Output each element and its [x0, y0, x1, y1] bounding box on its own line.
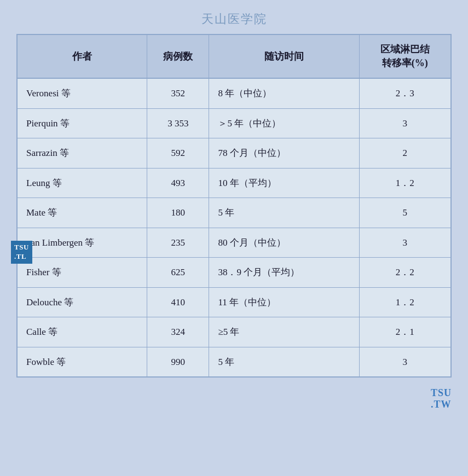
- cell-author: Fisher 等: [18, 258, 147, 288]
- table-header-row: 作者 病例数 随访时间 区域淋巴结转移率(%): [18, 35, 450, 78]
- col-header-cases: 病例数: [147, 35, 209, 78]
- table-row: van Limbergen 等23580 个月（中位）3: [18, 228, 450, 258]
- cell-rate: 2: [359, 138, 450, 169]
- cell-cases: 990: [147, 347, 209, 376]
- cell-cases: 3 353: [147, 108, 209, 138]
- table-row: Pierquin 等3 353＞5 年（中位）3: [18, 108, 450, 138]
- cell-author: Mate 等: [18, 198, 147, 228]
- cell-cases: 352: [147, 78, 209, 108]
- table-row: Fowble 等9905 年3: [18, 347, 450, 376]
- cell-author: Pierquin 等: [18, 108, 147, 138]
- col-header-rate: 区域淋巴结转移率(%): [359, 35, 450, 78]
- cell-rate: 2．1: [359, 317, 450, 347]
- cell-rate: 2．2: [359, 258, 450, 288]
- cell-followup: ＞5 年（中位）: [209, 108, 359, 138]
- cell-followup: 5 年: [209, 347, 359, 376]
- watermark-tsu: TSU.TL: [11, 241, 32, 264]
- page-wrapper: 天山医学院 作者 病例数 随访时间 区域淋巴结转移率(%) Veronesi 等…: [5, 5, 463, 476]
- cell-cases: 625: [147, 258, 209, 288]
- cell-cases: 493: [147, 168, 209, 198]
- cell-followup: 38．9 个月（平均）: [209, 258, 359, 288]
- cell-followup: 78 个月（中位）: [209, 138, 359, 169]
- cell-author: Leung 等: [18, 168, 147, 198]
- cell-cases: 592: [147, 138, 209, 169]
- cell-followup: 11 年（中位）: [209, 287, 359, 317]
- table-row: Mate 等1805 年5: [18, 198, 450, 228]
- cell-author: Delouche 等: [18, 287, 147, 317]
- table-container: 作者 病例数 随访时间 区域淋巴结转移率(%) Veronesi 等3528 年…: [16, 34, 452, 378]
- cell-cases: 235: [147, 228, 209, 258]
- cell-author: Veronesi 等: [18, 78, 147, 108]
- col-header-author: 作者: [18, 35, 147, 78]
- cell-author: Sarrazin 等: [18, 138, 147, 169]
- table-row: Leung 等49310 年（平均）1．2: [18, 168, 450, 198]
- col-header-followup: 随访时间: [209, 35, 359, 78]
- cell-followup: 10 年（平均）: [209, 168, 359, 198]
- table-row: Fisher 等62538．9 个月（平均）2．2: [18, 258, 450, 288]
- cell-rate: 3: [359, 108, 450, 138]
- cell-rate: 2．3: [359, 78, 450, 108]
- table-row: Calle 等324≥5 年2．1: [18, 317, 450, 347]
- cell-followup: 5 年: [209, 198, 359, 228]
- cell-followup: ≥5 年: [209, 317, 359, 347]
- cell-followup: 8 年（中位）: [209, 78, 359, 108]
- table-row: Veronesi 等3528 年（中位）2．3: [18, 78, 450, 108]
- cell-author: Fowble 等: [18, 347, 147, 376]
- cell-rate: 1．2: [359, 287, 450, 317]
- table-row: Sarrazin 等59278 个月（中位）2: [18, 138, 450, 169]
- cell-rate: 3: [359, 228, 450, 258]
- cell-author: van Limbergen 等: [18, 228, 147, 258]
- cell-followup: 80 个月（中位）: [209, 228, 359, 258]
- watermark-tsu2: TSU.TW: [431, 387, 452, 410]
- cell-cases: 324: [147, 317, 209, 347]
- cell-rate: 1．2: [359, 168, 450, 198]
- table-row: Delouche 等41011 年（中位）1．2: [18, 287, 450, 317]
- cell-author: Calle 等: [18, 317, 147, 347]
- cell-rate: 5: [359, 198, 450, 228]
- data-table: 作者 病例数 随访时间 区域淋巴结转移率(%) Veronesi 等3528 年…: [18, 35, 450, 376]
- page-title: 天山医学院: [201, 11, 267, 27]
- cell-cases: 180: [147, 198, 209, 228]
- cell-cases: 410: [147, 287, 209, 317]
- cell-rate: 3: [359, 347, 450, 376]
